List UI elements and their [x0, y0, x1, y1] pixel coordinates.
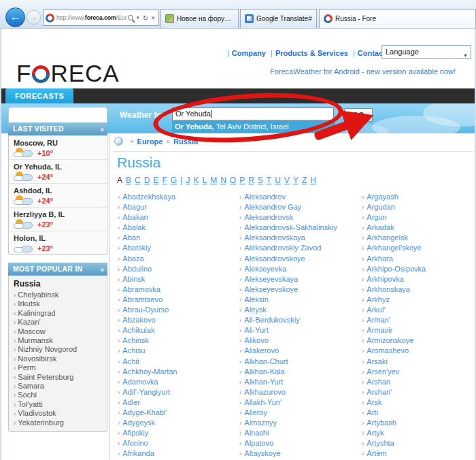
city-link[interactable]: Arkhipovka: [367, 275, 403, 283]
city-link[interactable]: Alekseyevskaya: [244, 275, 298, 283]
city-link[interactable]: Arman': [367, 316, 390, 324]
city-link[interactable]: Aromashevo: [367, 346, 409, 355]
city-link[interactable]: Aban: [122, 233, 140, 242]
popular-city-link[interactable]: ›Kaliningrad: [14, 309, 102, 318]
breadcrumb-europe[interactable]: Europe: [137, 137, 163, 146]
popular-city-link[interactable]: ›Sochi: [14, 391, 102, 399]
city-link[interactable]: Artyshta: [367, 439, 394, 447]
forward-button[interactable]: →: [27, 10, 41, 24]
last-visited-item[interactable]: Ashdod, IL +24°: [9, 183, 107, 207]
city-link[interactable]: Abagur: [122, 203, 146, 211]
city-link[interactable]: Achikulak: [122, 326, 154, 334]
popular-city-link[interactable]: ›Novosibirsk: [14, 355, 102, 363]
city-link[interactable]: Alkhan-Kala: [244, 367, 284, 376]
city-link[interactable]: Aleksandrovskoye: [244, 254, 305, 263]
city-link[interactable]: Abrau-Dyurso: [122, 306, 169, 314]
city-link[interactable]: Armizonskoye: [367, 336, 413, 344]
alphabet-letter-link[interactable]: F: [162, 176, 167, 185]
alphabet-letter-link[interactable]: G: [171, 176, 177, 185]
city-link[interactable]: Adil'-Yangiyurt: [122, 388, 170, 396]
alphabet-letter-link[interactable]: K: [193, 176, 199, 185]
alphabet-letter-link[interactable]: N: [220, 176, 226, 185]
sidebar-search-box[interactable]: [8, 107, 107, 122]
city-link[interactable]: Achisu: [122, 346, 145, 355]
city-link[interactable]: Abatskiy: [122, 244, 151, 252]
alphabet-letter-link[interactable]: R: [248, 176, 254, 185]
city-link[interactable]: Abaza: [122, 254, 143, 263]
city-link[interactable]: Aleysk: [244, 306, 266, 314]
city-link[interactable]: Arkadak: [367, 223, 394, 231]
browser-tab-translate[interactable]: Google Translate#: [240, 9, 317, 28]
alphabet-letter-link[interactable]: Z: [302, 176, 307, 185]
city-link[interactable]: Ali-Yurt: [244, 326, 268, 334]
alphabet-letter-link[interactable]: I: [180, 176, 182, 185]
city-link[interactable]: Alikovo: [244, 336, 268, 344]
alphabet-letter-link[interactable]: T: [267, 176, 271, 185]
city-link[interactable]: Achinsk: [122, 336, 149, 344]
city-link[interactable]: Altayskoye: [244, 449, 280, 457]
collapse-chevron-icon[interactable]: »: [95, 127, 108, 131]
city-link[interactable]: Abzakovo: [122, 316, 155, 324]
city-link[interactable]: Argun: [367, 213, 386, 221]
most-popular-header[interactable]: MOST POPULAR IN »: [8, 263, 107, 276]
city-link[interactable]: Argayash: [367, 193, 398, 201]
city-link[interactable]: Aleksandrov Gay: [244, 203, 301, 211]
city-link[interactable]: Alnashi: [244, 429, 269, 437]
city-link[interactable]: Achit: [122, 357, 139, 365]
popular-city-link[interactable]: ›Samara: [14, 382, 102, 391]
back-button[interactable]: ←: [5, 7, 25, 27]
alphabet-letter-link[interactable]: D: [144, 176, 150, 185]
city-link[interactable]: Aleksandrovskaya: [244, 233, 305, 242]
alphabet-letter-link[interactable]: E: [153, 176, 158, 185]
city-link[interactable]: Aleksandrovskiy Zavod: [244, 244, 321, 252]
popular-city-link[interactable]: ›Vladivostok: [14, 409, 102, 418]
alphabet-letter-link[interactable]: S: [258, 176, 263, 185]
city-link[interactable]: Arkhangelsk: [367, 233, 408, 242]
popular-city-link[interactable]: ›Saint Petersburg: [14, 373, 102, 382]
city-link[interactable]: Abdulino: [122, 265, 152, 273]
popular-city-link[interactable]: ›Kazan': [14, 318, 102, 327]
city-link[interactable]: Alpatovo: [244, 439, 273, 447]
city-link[interactable]: Arkhyz: [367, 295, 390, 303]
alphabet-letter-link[interactable]: Y: [293, 176, 299, 185]
city-link[interactable]: Almaznyy: [244, 418, 277, 427]
city-link[interactable]: Abalak: [122, 223, 146, 231]
alphabet-letter-link[interactable]: B: [126, 176, 131, 185]
city-link[interactable]: Afipskiy: [122, 429, 148, 437]
city-link[interactable]: Arkhara: [367, 254, 393, 263]
city-link[interactable]: Argudan: [367, 203, 395, 211]
dropdown-icon[interactable]: ▼: [136, 16, 140, 20]
city-link[interactable]: Alkhazurovo: [244, 388, 286, 396]
last-visited-header[interactable]: LAST VISITED »: [8, 122, 107, 135]
city-link[interactable]: Arkhipo-Osipovka: [367, 265, 426, 273]
city-link[interactable]: Aleksandrovsk-Sakhalinskiy: [244, 223, 337, 231]
search-icon[interactable]: [128, 15, 133, 20]
popular-city-link[interactable]: ›Chelyabinsk: [14, 291, 102, 299]
city-link[interactable]: Adyge-Khabl': [122, 408, 167, 416]
alphabet-letter-link[interactable]: V: [284, 176, 290, 185]
city-link[interactable]: Armavir: [367, 326, 392, 334]
city-link[interactable]: Abramtsevo: [122, 295, 163, 303]
city-link[interactable]: Arkhonskaya: [367, 285, 410, 293]
alphabet-letter-link[interactable]: U: [275, 176, 281, 185]
alphabet-letter-link[interactable]: H: [310, 176, 316, 185]
city-link[interactable]: Aliskerovo: [244, 346, 279, 355]
popular-city-link[interactable]: ›Yekaterinburg: [14, 418, 102, 427]
globe-icon[interactable]: [114, 137, 123, 146]
city-link[interactable]: Alekseyevskoye: [244, 285, 298, 293]
city-link[interactable]: Arsaki: [367, 357, 388, 365]
city-link[interactable]: Arsen'yev: [367, 367, 399, 376]
city-link[interactable]: Abramovka: [122, 285, 160, 293]
android-promo-link[interactable]: ForecaWeather for Android - new version …: [270, 67, 456, 76]
browser-tab-forum[interactable]: Новое на форуме | Клуб Лю...: [160, 9, 239, 28]
city-link[interactable]: Aleksandrov: [244, 193, 286, 201]
foreca-logo[interactable]: FRECA: [16, 60, 120, 87]
browser-tab-foreca[interactable]: Russia - Fore: [319, 9, 476, 28]
city-link[interactable]: Artëm: [367, 449, 386, 457]
header-nav-link[interactable]: Company: [232, 49, 266, 57]
city-link[interactable]: Aleksin: [244, 295, 268, 303]
city-link[interactable]: Adygeysk: [122, 418, 155, 427]
popular-city-link[interactable]: ›Irkutsk: [14, 299, 102, 308]
city-link[interactable]: Arshan: [367, 378, 390, 386]
city-link[interactable]: Alekseyevka: [244, 265, 286, 273]
